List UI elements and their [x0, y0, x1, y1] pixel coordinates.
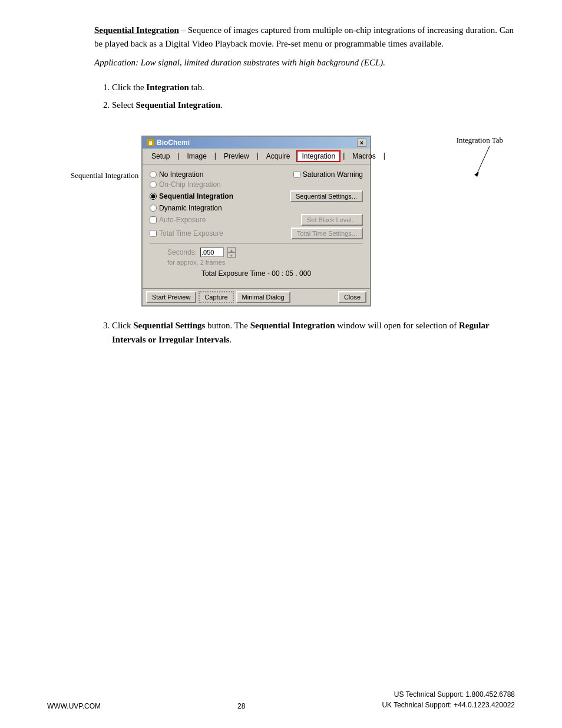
spin-up[interactable]: ▲	[227, 247, 236, 252]
step-2: Select Sequential Integration.	[112, 98, 515, 112]
on-chip-label: On-Chip Integration	[159, 180, 221, 189]
footer-page-number: 28	[237, 702, 245, 710]
arrow-svg	[459, 146, 506, 179]
term-sequential-integration: Sequential Integration	[94, 25, 179, 35]
capture-button[interactable]: Capture	[199, 291, 233, 303]
auto-exposure-label: Auto-Exposure	[159, 216, 206, 224]
on-chip-row: On-Chip Integration	[150, 180, 363, 189]
set-black-level-button[interactable]: Set Black Level...	[301, 214, 363, 226]
seconds-input[interactable]	[200, 248, 224, 257]
dynamic-integration-row: Dynamic Integration	[150, 204, 363, 212]
seconds-row: Seconds: ▲ ▼	[150, 247, 363, 258]
tab-macros[interactable]: Macros	[347, 150, 381, 162]
sequential-integration-label: Sequential Integration	[71, 171, 138, 180]
minimal-dialog-button[interactable]: Minimal Dialog	[236, 291, 290, 303]
checkbox-saturation[interactable]	[293, 171, 300, 178]
step3-list: Click Sequential Settings button. The Se…	[112, 318, 515, 347]
sequential-label: Sequential Integration	[159, 192, 233, 200]
saturation-label: Saturation Warning	[303, 170, 363, 179]
tab-setup[interactable]: Setup	[146, 150, 175, 162]
total-exposure-value: 00 : 05 . 000	[272, 269, 311, 278]
step3-bold1: Sequential Settings	[133, 321, 205, 330]
spin-control[interactable]: ▲ ▼	[227, 247, 236, 258]
total-exposure-label: Total Exposure Time -	[201, 269, 270, 278]
spin-down[interactable]: ▼	[227, 252, 236, 258]
checkbox-auto-exposure[interactable]	[150, 216, 157, 223]
step2-bold: Sequential Integration	[135, 100, 220, 110]
diagram-area: Integration Tab Sequential Integration 🖥…	[71, 136, 515, 307]
step-1: Click the Integration tab.	[112, 80, 515, 94]
svg-line-0	[477, 146, 490, 174]
close-button[interactable]: Close	[338, 291, 366, 303]
no-integration-row: No Integration Saturation Warning	[150, 170, 363, 179]
seconds-label: Seconds:	[167, 248, 197, 256]
tab-integration[interactable]: Integration	[296, 150, 340, 162]
close-window-button[interactable]: ×	[357, 139, 366, 147]
step-3: Click Sequential Settings button. The Se…	[112, 318, 515, 347]
integration-tab-label: Integration Tab	[457, 136, 503, 145]
biochemi-window: 🖥 BioChemi × Setup | Image | Preview | A…	[141, 136, 371, 307]
radio-sequential[interactable]	[150, 193, 157, 200]
radio-on-chip[interactable]	[150, 181, 157, 188]
total-time-row: Total Time Exposure Total Time Settings.…	[150, 228, 363, 239]
footer-website: WWW.UVP.COM	[47, 702, 101, 710]
radio-no-integration[interactable]	[150, 171, 157, 178]
window-menubar[interactable]: Setup | Image | Preview | Acquire Integr…	[143, 149, 370, 164]
page-footer: WWW.UVP.COM 28 US Technical Support: 1.8…	[0, 689, 562, 710]
approx-frames: for approx. 2 frames	[150, 259, 363, 266]
footer-support: US Technical Support: 1.800.452.6788 UK …	[382, 689, 515, 710]
window-icon: 🖥	[146, 139, 154, 147]
svg-marker-1	[474, 172, 479, 177]
tab-acquire[interactable]: Acquire	[261, 150, 296, 162]
window-title: BioChemi	[157, 139, 190, 147]
total-time-label: Total Time Exposure	[159, 229, 223, 238]
us-support: US Technical Support: 1.800.452.6788	[382, 689, 515, 700]
step3-bold2: Sequential Integration	[250, 321, 335, 330]
application-note: Application: Low signal, limited duratio…	[94, 56, 515, 70]
instructions-list: Click the Integration tab. Select Sequen…	[112, 80, 515, 112]
total-time-settings-button[interactable]: Total Time Settings...	[291, 228, 363, 239]
auto-exposure-row: Auto-Exposure Set Black Level...	[150, 214, 363, 226]
total-exposure-row: Total Exposure Time - 00 : 05 . 000	[150, 269, 363, 278]
checkbox-total-time[interactable]	[150, 230, 157, 237]
sequential-integration-row: Sequential Integration Sequential Settin…	[150, 190, 363, 202]
window-footer: Start Preview Capture Minimal Dialog Clo…	[143, 288, 370, 305]
separator1	[150, 243, 363, 243]
sequential-settings-button[interactable]: Sequential Settings...	[290, 190, 363, 202]
start-preview-button[interactable]: Start Preview	[146, 291, 196, 303]
step1-bold: Integration	[146, 83, 189, 92]
window-titlebar: 🖥 BioChemi ×	[143, 137, 370, 149]
tab-image[interactable]: Image	[181, 150, 211, 162]
radio-dynamic[interactable]	[150, 205, 157, 212]
tab-preview[interactable]: Preview	[219, 150, 254, 162]
window-body: No Integration Saturation Warning On-Chi…	[143, 164, 370, 288]
uk-support: UK Technical Support: +44.0.1223.420022	[382, 700, 515, 710]
no-integration-label: No Integration	[159, 170, 203, 179]
dynamic-label: Dynamic Integration	[159, 204, 222, 212]
